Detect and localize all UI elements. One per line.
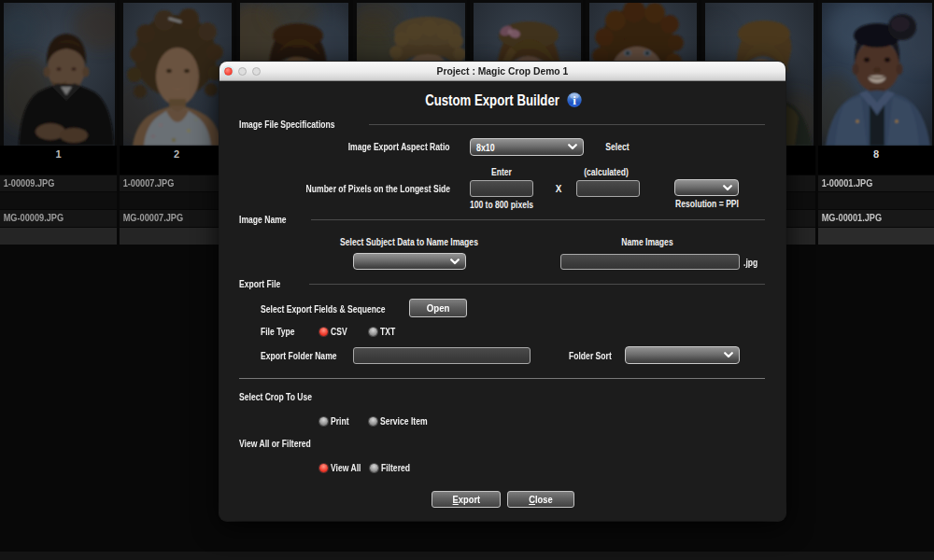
svg-text:i: i [573,93,576,107]
